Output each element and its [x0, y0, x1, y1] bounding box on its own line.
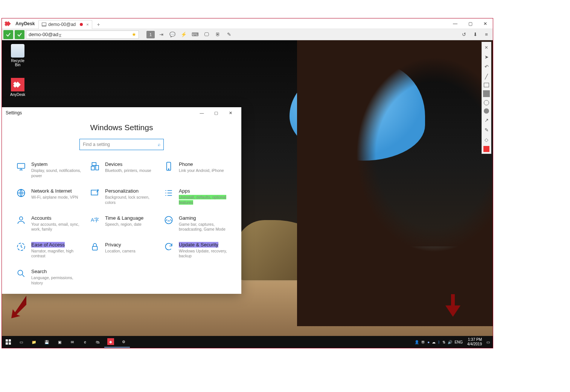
settings-item-update-security[interactable]: Update & SecurityWindows Update, recover… [163, 241, 233, 259]
settings-maximize-button[interactable]: ▢ [209, 108, 223, 118]
settings-item-system[interactable]: SystemDisplay, sound, notifications, pow… [15, 161, 85, 178]
keyboard-icon[interactable]: ⌨ [190, 30, 200, 39]
time-language-icon: A字 [89, 214, 101, 226]
settings-item-privacy[interactable]: PrivacyLocation, camera [89, 241, 159, 259]
pen-tool-icon[interactable]: ✎ [483, 126, 490, 133]
new-tab-button[interactable]: + [94, 20, 103, 29]
settings-window: Settings — ▢ ✕ Windows Settings Find a s… [2, 107, 241, 294]
settings-item-apps[interactable]: AppsUninstall, defaults, optional featur… [163, 187, 233, 205]
tray-icon[interactable]: ● [427, 340, 430, 344]
recording-dot-icon [80, 23, 83, 26]
circle-outline-tool-icon[interactable] [484, 100, 489, 105]
svg-rect-15 [9, 339, 11, 342]
history-icon[interactable]: ↺ [459, 30, 469, 39]
cursor-tool-icon[interactable]: ➤ [483, 53, 490, 60]
settings-window-title: Settings [6, 110, 22, 115]
mail-icon[interactable]: ✉ [66, 336, 79, 348]
action-center-icon[interactable]: ▭ [486, 340, 490, 344]
update-security-icon [163, 241, 174, 252]
address-bar[interactable]: demo-00@ad ⧗ ★ [26, 30, 139, 39]
settings-item-gaming[interactable]: GamingGame bar, captures, broadcasting, … [163, 214, 233, 232]
terminal-icon[interactable]: ▣ [53, 336, 66, 348]
anydesk-icon [11, 78, 24, 91]
color-swatch-red-icon[interactable] [483, 146, 489, 152]
svg-point-13 [18, 270, 23, 275]
store-icon[interactable]: 🛍 [91, 336, 104, 348]
bluetooth-tray-icon[interactable]: ᛒ [438, 340, 440, 344]
accounts-icon [15, 214, 27, 226]
display-icon[interactable]: 🖵 [201, 30, 211, 39]
security-tray-icon[interactable]: ⛨ [421, 340, 425, 344]
monitor-select-button[interactable]: 1 [146, 31, 155, 38]
shield-permissions-icon[interactable]: ⛨ [213, 30, 223, 39]
settings-item-devices[interactable]: DevicesBluetooth, printers, mouse [89, 161, 159, 178]
annotation-close-icon[interactable]: × [483, 44, 490, 50]
language-indicator[interactable]: ENG [454, 340, 463, 344]
start-button[interactable] [2, 336, 15, 348]
settings-item-personalization[interactable]: PersonalizationBackground, lock screen, … [89, 187, 159, 205]
taskbar-clock[interactable]: 1:37 PM 4/4/2019 [465, 337, 484, 346]
line-tool-icon[interactable]: ╱ [483, 73, 490, 80]
desktop-icon-label: AnyDesk [9, 93, 27, 97]
recycle-bin-icon [11, 44, 24, 58]
phone-icon [163, 161, 174, 172]
svg-text:A字: A字 [91, 217, 99, 223]
remote-desktop[interactable]: Recycle Bin AnyDesk × ➤ ↶ ╱ ↗ ✎ ◇ [2, 40, 493, 348]
svg-rect-12 [93, 246, 98, 250]
whiteboard-icon[interactable]: ✎ [224, 30, 234, 39]
eraser-tool-icon[interactable]: ◇ [483, 136, 490, 143]
volume-tray-icon[interactable]: 🔊 [448, 340, 452, 344]
task-view-button[interactable]: ▭ [15, 336, 27, 348]
settings-titlebar[interactable]: Settings — ▢ ✕ [2, 107, 241, 119]
undo-icon[interactable]: ↶ [483, 63, 490, 70]
actions-lightning-icon[interactable]: ⚡ [179, 30, 189, 39]
settings-taskbar-icon[interactable]: ⚙ [117, 336, 130, 348]
desktop-icon-label: Recycle Bin [9, 59, 27, 67]
anydesk-taskbar-icon[interactable]: ◆ [104, 336, 117, 348]
svg-point-5 [168, 169, 169, 170]
window-close-button[interactable]: ✕ [478, 18, 493, 29]
window-minimize-button[interactable]: — [448, 18, 463, 29]
svg-rect-16 [6, 342, 8, 345]
chat-icon[interactable]: 💬 [168, 30, 177, 39]
circle-fill-tool-icon[interactable] [484, 108, 489, 114]
settings-search-input[interactable]: Find a setting ⌕ [79, 139, 164, 150]
svg-rect-14 [6, 339, 8, 342]
settings-close-button[interactable]: ✕ [223, 108, 238, 118]
onedrive-tray-icon[interactable]: ☁ [432, 340, 436, 344]
rect-outline-tool-icon[interactable] [484, 83, 489, 87]
svg-rect-2 [91, 166, 94, 170]
favorite-star-icon[interactable]: ★ [132, 32, 136, 37]
svg-rect-17 [9, 342, 11, 345]
settings-item-time-language[interactable]: A字 Time & LanguageSpeech, region, date [89, 214, 159, 232]
rect-fill-tool-icon[interactable] [483, 90, 490, 97]
hamburger-menu-icon[interactable]: ≡ [482, 30, 491, 39]
address-text: demo-00@ad [29, 32, 58, 37]
people-tray-icon[interactable]: 👤 [415, 340, 419, 344]
personalization-icon [89, 187, 101, 199]
file-explorer-icon[interactable]: 📁 [27, 336, 40, 348]
window-maximize-button[interactable]: ▢ [463, 18, 478, 29]
settings-item-phone[interactable]: PhoneLink your Android, iPhone [163, 161, 233, 178]
settings-item-network[interactable]: Network & InternetWi-Fi, airplane mode, … [15, 187, 85, 205]
edge-browser-icon[interactable]: e [79, 336, 91, 348]
settings-item-search[interactable]: SearchLanguage, permissions, history [15, 268, 85, 286]
tab-close-icon[interactable]: × [86, 22, 88, 27]
session-tab[interactable]: demo-00@ad × [38, 20, 92, 29]
download-icon[interactable]: ⬇ [470, 30, 480, 39]
annotation-arrow-darkred-1 [11, 296, 26, 318]
accept-button[interactable] [3, 30, 13, 39]
sync-clipboard-icon[interactable]: ⇥ [156, 30, 166, 39]
settings-grid: SystemDisplay, sound, notifications, pow… [2, 161, 241, 286]
settings-minimize-button[interactable]: — [195, 108, 209, 118]
arrow-tool-icon[interactable]: ↗ [483, 117, 490, 123]
desktop-icon-recycle-bin[interactable]: Recycle Bin [9, 44, 27, 67]
desktop-icon-anydesk[interactable]: AnyDesk [9, 78, 27, 97]
system-icon [15, 161, 27, 172]
accept-button-2[interactable] [15, 30, 24, 39]
network-tray-icon[interactable]: ⇅ [442, 340, 445, 344]
gaming-icon [163, 214, 174, 226]
save-disk-icon[interactable]: 💾 [40, 336, 53, 348]
settings-item-ease-of-access[interactable]: Ease of AccessNarrator, magnifier, high … [15, 241, 85, 259]
settings-item-accounts[interactable]: AccountsYour accounts, email, sync, work… [15, 214, 85, 232]
